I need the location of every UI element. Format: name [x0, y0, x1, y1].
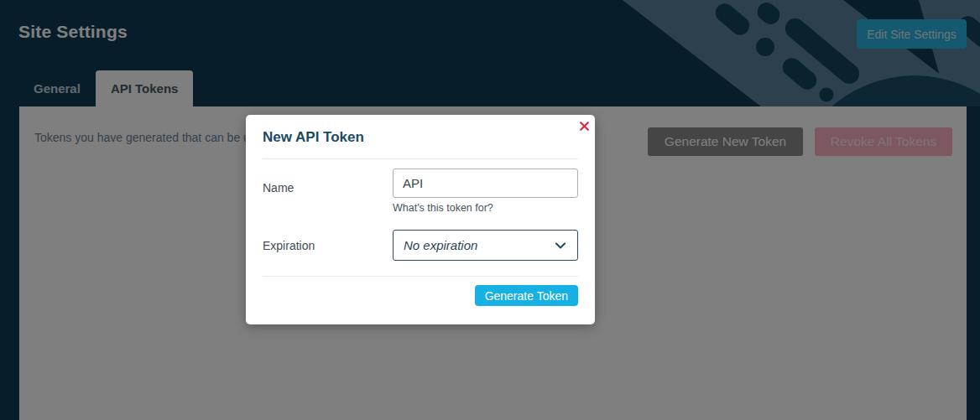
- name-helper-text: What's this token for?: [393, 202, 578, 214]
- expiration-label: Expiration: [263, 230, 393, 261]
- expiration-selected-value: No expiration: [404, 238, 477, 252]
- divider: [263, 158, 578, 159]
- modal-title: New API Token: [263, 129, 578, 146]
- modal-header: New API Token: [246, 115, 595, 158]
- expiration-row: Expiration No expiration: [263, 230, 578, 261]
- generate-token-button[interactable]: Generate Token: [475, 285, 578, 306]
- modal-close-button[interactable]: [576, 118, 592, 133]
- name-field-col: What's this token for?: [393, 169, 578, 214]
- modal-body: Name What's this token for? Expiration N…: [246, 169, 595, 261]
- expiration-select[interactable]: No expiration: [393, 230, 578, 261]
- new-api-token-modal: New API Token Name What's this token for…: [246, 115, 595, 324]
- name-row: Name What's this token for?: [263, 169, 578, 214]
- modal-footer: Generate Token: [246, 277, 595, 324]
- token-name-input[interactable]: [393, 169, 578, 198]
- site-settings-page: Site Settings Edit Site Settings General…: [0, 0, 980, 420]
- expiration-field-col: No expiration: [393, 230, 578, 261]
- close-icon: [580, 122, 589, 131]
- name-label: Name: [263, 169, 393, 214]
- chevron-down-icon: [554, 239, 567, 252]
